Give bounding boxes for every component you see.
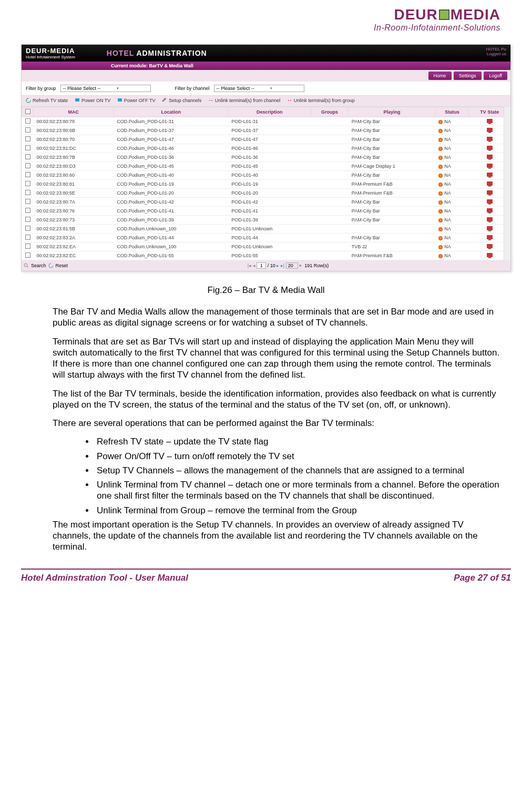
table-row[interactable]: 00:02:02:23:81:DCCOD.Podium_POD-L01-46PO…	[22, 144, 510, 153]
tv-state-icon	[487, 164, 493, 168]
table-row[interactable]: 00:02:02:23:82:EACOD.Podium.Unknown_100P…	[22, 242, 510, 251]
tool-unlink-group[interactable]: Unlink terminal(s) from group	[287, 98, 355, 103]
cell-playing: PAM-Cage Display 1	[349, 162, 435, 171]
table-header-row: MAC Location Description Groups Playing …	[22, 107, 510, 117]
cell-playing: PAM-City Bar	[349, 153, 435, 162]
table-row[interactable]: 00:02:02:23:82:ECCOD.Podium_POD-L01-55PO…	[22, 251, 510, 260]
cell-playing: PAM-Premium F&B	[349, 189, 435, 198]
tv-state-icon	[487, 253, 493, 257]
filter-channel-select[interactable]: -- Please Select --	[214, 85, 304, 92]
row-checkbox[interactable]	[25, 208, 30, 213]
cell-groups	[311, 251, 349, 260]
row-checkbox[interactable]	[25, 145, 30, 150]
row-checkbox[interactable]	[25, 235, 30, 240]
action-toolbar: Refresh TV state Power ON TV Power OFF T…	[22, 95, 510, 107]
tv-off-icon	[117, 98, 122, 103]
nav-home[interactable]: Home	[428, 72, 452, 80]
row-checkbox[interactable]	[25, 154, 30, 159]
cell-status: NA	[435, 153, 469, 162]
status-dot-icon	[438, 227, 443, 231]
tool-power-on[interactable]: Power ON TV	[75, 98, 110, 103]
list-item: Unlink Terminal from Group – remove the …	[95, 505, 500, 516]
cell-playing: PAM-City Bar	[349, 171, 435, 180]
cell-mac: 00:02:02:23:80:D3	[34, 162, 114, 171]
cell-mac: 00:02:02:23:82:EC	[34, 251, 114, 260]
pager-prev-icon[interactable]: ◂	[253, 263, 255, 268]
table-row[interactable]: 00:02:02:23:80:D3COD.Podium_POD-L01-45PO…	[22, 162, 510, 171]
pager-size-select[interactable]: 20	[286, 262, 298, 269]
row-checkbox[interactable]	[25, 163, 30, 168]
row-checkbox[interactable]	[25, 136, 30, 141]
cell-groups	[311, 216, 349, 225]
refresh-icon	[26, 98, 31, 103]
table-row[interactable]: 00:02:02:23:80:5ECOD.Podium_POD-L01-20PO…	[22, 189, 510, 198]
table-row[interactable]: 00:02:02:23:81:5BCOD.Podium.Unknown_100P…	[22, 225, 510, 234]
row-checkbox[interactable]	[25, 217, 30, 222]
table-row[interactable]: 00:02:02:23:83:2ACOD.Podium_POD-L01-44PO…	[22, 234, 510, 242]
row-checkbox[interactable]	[25, 252, 30, 258]
cell-playing: PAM-City Bar	[349, 126, 435, 135]
tool-power-off[interactable]: Power OFF TV	[117, 98, 156, 103]
table-scrollbar[interactable]	[504, 107, 510, 260]
cell-location: COD.Podium_POD-L01-31	[114, 117, 228, 126]
cell-mac: 00:02:02:23:80:76	[34, 207, 114, 216]
tv-state-icon	[487, 244, 493, 248]
row-checkbox[interactable]	[25, 118, 30, 124]
pager-rowcount: 191 Row(s)	[304, 263, 329, 268]
unlink-icon	[208, 98, 213, 103]
cell-mac: 00:02:02:23:81:5B	[34, 225, 114, 234]
search-button[interactable]: Search	[31, 263, 46, 268]
table-row[interactable]: 00:02:02:23:80:73COD.Podium_POD-L01-39PO…	[22, 216, 510, 225]
row-checkbox[interactable]	[25, 190, 30, 195]
status-dot-icon	[438, 129, 443, 133]
select-all-checkbox[interactable]	[25, 109, 30, 114]
row-checkbox[interactable]	[25, 172, 30, 177]
row-checkbox[interactable]	[25, 226, 30, 231]
cell-groups	[311, 117, 349, 126]
table-row[interactable]: 00:02:02:23:80:81COD.Podium_POD-L01-19PO…	[22, 180, 510, 189]
row-checkbox[interactable]	[25, 244, 30, 249]
table-row[interactable]: 00:02:02:23:80:78COD.Podium_POD-L01-31PO…	[22, 117, 510, 126]
nav-settings[interactable]: Settings	[454, 72, 482, 80]
cell-playing: PAM-City Bar	[349, 135, 435, 144]
tv-state-icon	[487, 146, 493, 150]
filter-group-select[interactable]: -- Please Select --	[60, 85, 151, 92]
tool-unlink-channel[interactable]: Unlink terminal(s) from channel	[208, 98, 281, 103]
col-playing: Playing	[349, 107, 435, 117]
pager-last-icon[interactable]: ▸|	[281, 263, 284, 268]
cell-location: COD.Podium_POD-L01-40	[114, 171, 228, 180]
table-row[interactable]: 00:02:02:23:80:7ACOD.Podium_POD-L01-42PO…	[22, 198, 510, 207]
pager-page-input[interactable]	[257, 262, 266, 269]
status-dot-icon	[438, 147, 443, 151]
table-row[interactable]: 00:02:02:23:80:70COD.Podium_POD-L01-47PO…	[22, 135, 510, 144]
bullet-list: Refresh TV state – update the TV state f…	[53, 436, 500, 516]
cell-location: COD.Podium_POD-L01-55	[114, 251, 228, 260]
row-checkbox[interactable]	[25, 127, 30, 133]
cell-status: NA	[435, 126, 469, 135]
tv-state-icon	[487, 190, 493, 195]
reset-button[interactable]: Reset	[56, 263, 68, 268]
cell-status: NA	[435, 180, 469, 189]
cell-status: NA	[435, 144, 469, 153]
status-dot-icon	[438, 165, 443, 169]
pager-next-icon[interactable]: ▸	[277, 263, 279, 268]
cell-description: POD-L01-Unknown	[228, 242, 311, 251]
table-row[interactable]: 00:02:02:23:80:76COD.Podium_POD-L01-41PO…	[22, 207, 510, 216]
table-row[interactable]: 00:02:02:23:80:7BCOD.Podium_POD-L01-36PO…	[22, 153, 510, 162]
nav-logoff[interactable]: Logoff	[484, 72, 507, 80]
tool-setup-channels[interactable]: Setup channels	[162, 98, 201, 103]
pager-first-icon[interactable]: |◂	[248, 263, 251, 268]
col-mac: MAC	[34, 107, 114, 117]
cell-mac: 00:02:02:23:83:2A	[34, 234, 114, 242]
table-row[interactable]: 00:02:02:23:80:6BCOD.Podium_POD-L01-37PO…	[22, 126, 510, 135]
cell-groups	[311, 171, 349, 180]
cell-groups	[311, 153, 349, 162]
row-checkbox[interactable]	[25, 199, 30, 204]
app-user-info: HOTEL Po Logged us	[486, 47, 506, 56]
table-row[interactable]: 00:02:02:23:80:60COD.Podium_POD-L01-40PO…	[22, 171, 510, 180]
row-checkbox[interactable]	[25, 181, 30, 186]
cell-description: POD-L01-47	[228, 135, 311, 144]
tool-refresh-tv[interactable]: Refresh TV state	[26, 98, 68, 103]
list-item: Unlink Terminal from TV channel – detach…	[95, 479, 500, 502]
cell-playing: TVB J2	[349, 242, 435, 251]
